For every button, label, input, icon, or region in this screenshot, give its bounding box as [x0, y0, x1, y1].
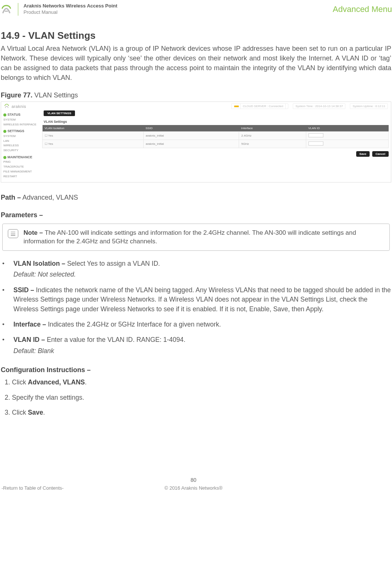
page-number: 80: [64, 477, 323, 483]
cloud-status: CLOUD SERVER : Connected: [231, 103, 288, 109]
figure-label: Figure 77. VLAN Settings: [1, 91, 391, 99]
note-body: The AN-100 will indicate settings and in…: [23, 229, 356, 245]
figure-number: Figure 77.: [1, 91, 32, 99]
side-item: WIRELESS INTERFACE: [3, 122, 40, 127]
brand-logo-icon: [0, 3, 13, 16]
content-body: 14.9 - VLAN Settings A Virtual Local Are…: [0, 30, 392, 417]
copyright: © 2016 Araknis Networks®: [64, 485, 323, 491]
screenshot-buttons: Save Cancel: [42, 151, 389, 157]
param-vlan-id: VLAN ID – Enter a value for the VLAN ID.…: [1, 335, 391, 356]
side-item: RESTART: [3, 174, 40, 179]
header-left: Araknis Networks Wireless Access Point P…: [0, 3, 117, 16]
vlan-table: VLAN Isolation SSID Interface VLAN ID ☐ …: [42, 125, 389, 148]
save-button-mini: Save: [356, 151, 370, 157]
cancel-button-mini: Cancel: [372, 151, 389, 157]
footer-center: 80 © 2016 Araknis Networks®: [64, 477, 323, 491]
note-label: Note –: [23, 229, 45, 236]
page-header: Araknis Networks Wireless Access Point P…: [0, 0, 392, 19]
system-uptime: System Uptime : 0:12:11: [350, 103, 388, 109]
parameters-heading: Parameters –: [1, 211, 391, 219]
screenshot-status-group: CLOUD SERVER : Connected System Time : 2…: [231, 103, 388, 109]
vlan-id-input: [308, 133, 323, 137]
header-divider: [18, 3, 18, 16]
vlan-tab: VLAN SETTINGS: [44, 110, 75, 116]
screenshot-topbar: araknis CLOUD SERVER : Connected System …: [1, 102, 391, 110]
side-item: FILE MANAGEMENT: [3, 169, 40, 174]
parameters-list: VLAN Isolation – Select Yes to assign a …: [1, 259, 391, 356]
screenshot-brand-text: araknis: [12, 104, 26, 109]
table-row: ☐ Yes araknis_initial 2.4GHz: [43, 132, 389, 140]
vlan-subhead: VLAN Settings: [44, 120, 389, 124]
side-settings-head: SETTINGS: [7, 129, 24, 133]
screenshot-brand: araknis: [4, 104, 26, 109]
side-item: SECURITY: [3, 148, 40, 153]
config-heading: Configuration Instructions –: [1, 366, 391, 374]
page-footer: -Return to Table of Contents- 80 © 2016 …: [0, 477, 392, 491]
param-ssid: SSID – Indicates the network name of the…: [1, 286, 391, 314]
screenshot-sidebar: STATUS SYSTEM WIRELESS INTERFACE SETTING…: [1, 110, 42, 182]
path-value: Advanced, VLANS: [22, 194, 78, 201]
path-label: Path –: [1, 194, 21, 201]
header-titles: Araknis Networks Wireless Access Point P…: [23, 3, 117, 16]
th-vlanid: VLAN ID: [306, 125, 388, 132]
param-interface: Interface – Indicates the 2.4GHz or 5GHz…: [1, 320, 391, 329]
section-intro: A Virtual Local Area Network (VLAN) is a…: [1, 44, 391, 82]
product-subtitle: Product Manual: [23, 9, 117, 16]
th-iso: VLAN Isolation: [43, 125, 144, 132]
side-item: WIRELESS: [3, 143, 40, 148]
config-steps: Click Advanced, VLANS. Specify the vlan …: [1, 378, 391, 417]
side-item: PING: [3, 160, 40, 165]
side-item: LAN: [3, 139, 40, 144]
side-item: SYSTEM: [3, 118, 40, 122]
param-vlan-isolation: VLAN Isolation – Select Yes to assign a …: [1, 259, 391, 280]
vlan-settings-screenshot: araknis CLOUD SERVER : Connected System …: [1, 102, 391, 182]
side-item: TRACEROUTE: [3, 165, 40, 169]
side-status-head: STATUS: [7, 113, 21, 116]
table-row: ☐ Yes araknis_initial 5GHz: [43, 140, 389, 148]
note-text: Note – The AN-100 will indicate settings…: [23, 228, 384, 246]
config-step: Specify the vlan settings.: [12, 393, 391, 402]
path-line: Path – Advanced, VLANS: [1, 194, 391, 202]
note-box: Note – The AN-100 will indicate settings…: [2, 224, 390, 251]
figure-caption: VLAN Settings: [34, 91, 78, 99]
product-title: Araknis Networks Wireless Access Point: [23, 3, 117, 9]
th-iface: Interface: [239, 125, 306, 132]
config-step: Click Advanced, VLANS.: [12, 378, 391, 387]
side-maint-head: MAINTENANCE: [7, 155, 32, 159]
system-time: System Time : 2014-10-13 14:38:37: [293, 103, 345, 109]
section-title: 14.9 - VLAN Settings: [1, 30, 391, 41]
screenshot-main: VLAN SETTINGS VLAN Settings VLAN Isolati…: [42, 110, 391, 182]
th-ssid: SSID: [143, 125, 239, 132]
advanced-menu-label: Advanced Menu: [333, 4, 392, 14]
side-item: SYSTEM: [3, 134, 40, 139]
note-icon: [8, 229, 18, 238]
return-toc-link[interactable]: -Return to Table of Contents-: [1, 485, 64, 491]
config-step: Click Save.: [12, 408, 391, 417]
vlan-id-input: [308, 141, 323, 146]
